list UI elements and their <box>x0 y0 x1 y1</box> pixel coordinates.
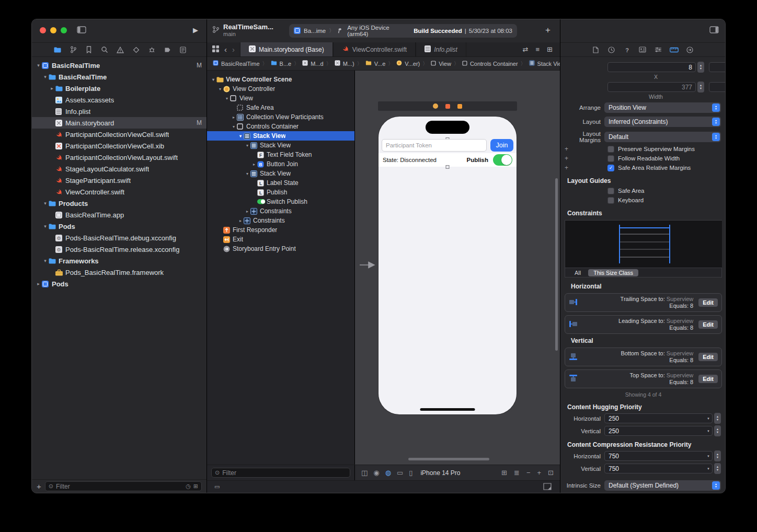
disclosure-chevron[interactable]: ▾ <box>217 87 223 91</box>
navigator-row-products[interactable]: ▾Products <box>32 198 207 209</box>
breadcrumb-item-view[interactable]: View <box>430 60 451 67</box>
scheme-project-info[interactable]: RealTimeSam... main <box>212 23 273 38</box>
code-review-icon[interactable]: ⇄ <box>523 45 529 53</box>
breadcrumb-item-m-d[interactable]: M...d <box>302 60 323 67</box>
outline-row-exit[interactable]: Exit <box>207 235 354 244</box>
issues-icon[interactable] <box>114 44 126 55</box>
library-add-button[interactable]: + <box>545 25 550 36</box>
edit-constraint-button[interactable]: Edit <box>698 375 718 383</box>
add-variation-button[interactable]: + <box>565 155 571 162</box>
outline-row-button-join[interactable]: ▸BButton Join <box>207 159 354 169</box>
connections-inspector-icon[interactable] <box>684 44 695 55</box>
compression-stepper[interactable]: ▲▼ <box>714 450 721 461</box>
device-name[interactable]: iPhone 14 Pro <box>420 469 460 477</box>
storyboard-canvas[interactable]: Join State: Disconnected Publish <box>355 71 560 465</box>
outline-row-view[interactable]: ▾View <box>207 94 354 103</box>
activity-status-bar[interactable]: Ba...ime 〉 Any iOS Device (arm64) Build … <box>289 24 517 38</box>
navigator-row-pods-basicrealtime-framework[interactable]: Pods_BasicRealTime.framework <box>32 267 207 278</box>
disclosure-chevron[interactable]: ▸ <box>237 218 244 223</box>
related-items-icon[interactable] <box>212 45 219 54</box>
breadcrumb-item-b-e[interactable]: B...e <box>270 60 292 67</box>
navigator-row-basicrealtime[interactable]: ▾BasicRealTimeM <box>32 60 207 71</box>
storyboard-entry-arrow[interactable] <box>359 261 376 271</box>
navigator-row-pods[interactable]: ▸Pods <box>32 278 207 290</box>
quick-help-inspector-icon[interactable]: ? <box>621 44 633 55</box>
outline-row-controls-container[interactable]: ▾Controls Container <box>207 122 354 131</box>
forward-button[interactable]: › <box>232 45 235 54</box>
navigator-row-frameworks[interactable]: ▾Frameworks <box>32 255 207 267</box>
zoom-in-button[interactable]: + <box>537 469 542 477</box>
back-button[interactable]: ‹ <box>224 45 227 54</box>
outline-row-view-controller[interactable]: ▾View Controller <box>207 84 354 94</box>
outline-row-storyboard-entry-point[interactable]: Storyboard Entry Point <box>207 244 354 253</box>
constraint-row-leading-space-to[interactable]: Leading Space to: SuperviewEquals: 8Edit <box>565 315 722 334</box>
outline-row-label-state[interactable]: LLabel State <box>207 178 354 188</box>
disclosure-chevron[interactable]: ▾ <box>237 134 244 138</box>
size-class-this-button[interactable]: This Size Class <box>588 269 638 276</box>
tab-viewcontroller-swift[interactable]: ViewController.swift <box>333 42 416 56</box>
disclosure-chevron[interactable]: ▸ <box>244 209 250 214</box>
intrinsic-size-popup[interactable]: Default (System Defined) ▲▼ <box>604 480 721 491</box>
dock-exit-icon[interactable] <box>457 104 462 109</box>
inspector-toggle-icon[interactable] <box>709 26 719 33</box>
navigator-row-main-storyboard[interactable]: Main.storyboardM <box>32 117 207 129</box>
add-variation-button[interactable]: + <box>565 164 571 171</box>
layout-margins-popup[interactable]: Default ▲▼ <box>604 132 721 142</box>
navigator-row-basicrealtime-app[interactable]: BasicRealTime.app <box>32 209 207 221</box>
disclosure-chevron[interactable]: ▾ <box>42 224 49 229</box>
selection-zoom-icon[interactable]: ⊞ <box>501 469 507 477</box>
outline-row-switch-publish[interactable]: Switch Publish <box>207 197 354 206</box>
breadcrumb-item-m[interactable]: M...) <box>334 60 354 67</box>
outline-row-stack-view[interactable]: ▾Stack View <box>207 141 354 150</box>
outline-row-constraints[interactable]: ▸Constraints <box>207 216 354 225</box>
info-icon[interactable]: ◉ <box>373 469 379 477</box>
outline-row-stack-view[interactable]: ▾Stack View <box>207 131 354 141</box>
canvas-vertical-scrollbar[interactable] <box>555 178 558 351</box>
selection-handle-bottom[interactable] <box>446 165 450 169</box>
breadcrumb-item-basicrealtime[interactable]: BasicRealTime <box>212 60 260 67</box>
navigator-row-pods-basicrealtime-debug-xcconfig[interactable]: ⚙Pods-BasicRealTime.debug.xcconfig <box>32 232 207 244</box>
zoom-window-button[interactable] <box>61 27 67 33</box>
appearance-icon[interactable]: ◍ <box>385 469 391 477</box>
editor-panes-icon[interactable]: ◫ <box>361 469 368 477</box>
outline-row-publish[interactable]: LPublish <box>207 188 354 197</box>
navigator-row-participantcollectionviewcell-xib[interactable]: ParticipantCollectionViewCell.xib <box>32 140 207 152</box>
participant-token-input[interactable] <box>382 139 487 152</box>
breadcrumb-item-v-er[interactable]: V...er) <box>396 60 420 67</box>
checkbox-safe-area[interactable] <box>607 188 614 194</box>
checkbox-safe-area-relative-margins[interactable]: ✓ <box>607 165 614 171</box>
outline-toggle-icon[interactable]: ▭ <box>214 483 220 490</box>
adjust-editor-icon[interactable]: ≡ <box>536 45 540 53</box>
navigator-row-stageparticipant-swift[interactable]: StageParticipant.swift <box>32 175 207 186</box>
y-position-input[interactable] <box>709 62 726 72</box>
edit-constraint-button[interactable]: Edit <box>698 353 718 361</box>
outline-row-safe-area[interactable]: Safe Area <box>207 103 354 112</box>
destination-name[interactable]: Any iOS Device (arm64) <box>347 25 410 37</box>
disclosure-chevron[interactable]: ▸ <box>35 281 42 286</box>
dock-first-responder-icon[interactable] <box>445 104 450 109</box>
outline-row-constraints[interactable]: ▸Constraints <box>207 206 354 216</box>
checkbox-follow-readable-width[interactable] <box>607 155 614 162</box>
outline-row-view-controller-scene[interactable]: ▾View Controller Scene <box>207 75 354 84</box>
page-curl-icon[interactable] <box>543 483 552 492</box>
navigator-row-participantcollectionviewcell-swift[interactable]: ParticipantCollectionViewCell.swift <box>32 129 207 140</box>
hugging-vertical-field[interactable]: 250▼ <box>604 426 713 436</box>
breadcrumb-item-stack-view[interactable]: Stack View <box>529 60 560 67</box>
hugging-stepper[interactable]: ▲▼ <box>714 413 721 424</box>
navigator-row-participantcollectionviewlayout-swift[interactable]: ParticipantCollectionViewLayout.swift <box>32 152 207 163</box>
disclosure-chevron[interactable]: ▾ <box>42 258 49 263</box>
add-file-button[interactable]: + <box>37 482 41 491</box>
size-inspector-icon[interactable] <box>668 44 680 55</box>
device-bezels-icon[interactable]: ▭ <box>397 469 403 477</box>
canvas-horizontal-scrollbar[interactable] <box>408 458 489 460</box>
edit-constraint-button[interactable]: Edit <box>698 320 718 329</box>
navigator-toggle-icon[interactable] <box>77 26 86 33</box>
scheme-name[interactable]: Ba...ime <box>304 28 326 34</box>
disclosure-chevron[interactable]: ▾ <box>35 63 42 68</box>
run-button[interactable]: ▶ <box>193 26 198 34</box>
find-icon[interactable] <box>99 44 110 55</box>
close-window-button[interactable] <box>40 27 46 33</box>
x-position-stepper[interactable]: ▲▼ <box>697 62 704 73</box>
arrange-popup[interactable]: Position View ▲▼ <box>604 102 721 113</box>
x-position-input[interactable] <box>607 62 696 72</box>
